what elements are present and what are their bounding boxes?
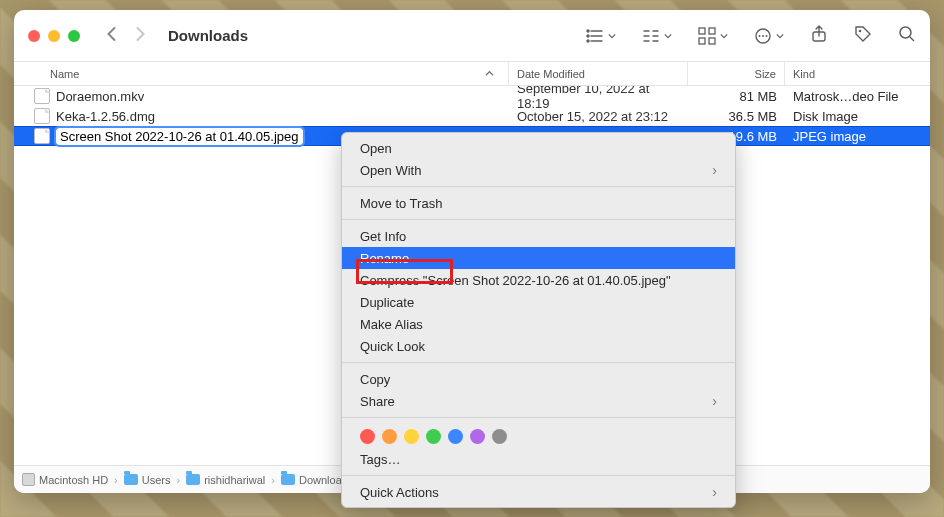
toolbar: Downloads xyxy=(14,10,930,62)
chevron-right-icon: › xyxy=(712,393,717,409)
folder-icon xyxy=(281,474,295,485)
toolbar-icons xyxy=(586,25,916,47)
menu-item-duplicate[interactable]: Duplicate xyxy=(342,291,735,313)
file-name: Keka-1.2.56.dmg xyxy=(56,109,155,124)
back-button[interactable] xyxy=(106,26,117,46)
menu-item-share[interactable]: Share› xyxy=(342,390,735,412)
column-label: Kind xyxy=(793,68,815,80)
breadcrumb-separator: › xyxy=(176,474,180,486)
menu-separator xyxy=(342,417,735,418)
svg-point-21 xyxy=(859,29,862,32)
file-name-editing[interactable]: Screen Shot 2022-10-26 at 01.40.05.jpeg xyxy=(56,128,303,145)
path-crumb[interactable]: rishidhariwal xyxy=(186,474,265,486)
chevron-right-icon: › xyxy=(712,162,717,178)
svg-point-22 xyxy=(900,27,911,38)
breadcrumb-separator: › xyxy=(271,474,275,486)
menu-item-tags[interactable]: Tags… xyxy=(342,448,735,470)
menu-item-copy[interactable]: Copy xyxy=(342,368,735,390)
tag-color-gray[interactable] xyxy=(492,429,507,444)
file-size: 36.5 MB xyxy=(729,109,777,124)
folder-icon xyxy=(124,474,138,485)
file-icon xyxy=(34,128,50,144)
search-button[interactable] xyxy=(898,25,916,47)
forward-button[interactable] xyxy=(135,26,146,46)
file-row[interactable]: Doraemon.mkv September 10, 2022 at 18:19… xyxy=(14,86,930,106)
menu-item-move-to-trash[interactable]: Move to Trash xyxy=(342,192,735,214)
menu-item-make-alias[interactable]: Make Alias xyxy=(342,313,735,335)
menu-item-compress[interactable]: Compress "Screen Shot 2022-10-26 at 01.4… xyxy=(342,269,735,291)
column-label: Date Modified xyxy=(517,68,585,80)
menu-separator xyxy=(342,475,735,476)
svg-line-23 xyxy=(910,37,914,41)
group-by-button[interactable] xyxy=(642,27,672,45)
tags-button[interactable] xyxy=(854,25,872,47)
view-list-button[interactable] xyxy=(586,27,616,45)
menu-item-rename[interactable]: Rename xyxy=(342,247,735,269)
file-row[interactable]: Keka-1.2.56.dmg October 15, 2022 at 23:1… xyxy=(14,106,930,126)
column-label: Name xyxy=(50,68,79,80)
svg-point-18 xyxy=(762,35,764,37)
svg-point-4 xyxy=(587,35,589,37)
tag-color-yellow[interactable] xyxy=(404,429,419,444)
menu-item-open-with[interactable]: Open With› xyxy=(342,159,735,181)
svg-rect-14 xyxy=(699,38,705,44)
disk-icon xyxy=(22,473,35,486)
menu-separator xyxy=(342,186,735,187)
path-crumb[interactable]: Users xyxy=(124,474,171,486)
window-title: Downloads xyxy=(168,27,248,44)
tags-color-row xyxy=(342,423,735,448)
column-header-date[interactable]: Date Modified xyxy=(509,62,688,85)
svg-point-3 xyxy=(587,30,589,32)
file-kind: JPEG image xyxy=(793,129,866,144)
context-menu: Open Open With› Move to Trash Get Info R… xyxy=(341,132,736,508)
file-kind: Disk Image xyxy=(793,109,858,124)
column-header-size[interactable]: Size xyxy=(688,62,785,85)
column-header-name[interactable]: Name xyxy=(14,62,509,85)
zoom-button[interactable] xyxy=(68,30,80,42)
svg-point-17 xyxy=(759,35,761,37)
svg-rect-12 xyxy=(699,28,705,34)
menu-item-quick-actions[interactable]: Quick Actions› xyxy=(342,481,735,503)
share-button[interactable] xyxy=(810,25,828,47)
file-name: Doraemon.mkv xyxy=(56,89,144,104)
menu-item-open[interactable]: Open xyxy=(342,137,735,159)
column-label: Size xyxy=(755,68,776,80)
action-menu-button[interactable] xyxy=(754,27,784,45)
svg-rect-13 xyxy=(709,28,715,34)
tag-color-green[interactable] xyxy=(426,429,441,444)
file-date: October 15, 2022 at 23:12 xyxy=(517,109,668,124)
menu-item-get-info[interactable]: Get Info xyxy=(342,225,735,247)
tag-color-purple[interactable] xyxy=(470,429,485,444)
tag-color-red[interactable] xyxy=(360,429,375,444)
file-size: 81 MB xyxy=(739,89,777,104)
nav-arrows xyxy=(106,26,146,46)
folder-icon xyxy=(186,474,200,485)
tag-color-orange[interactable] xyxy=(382,429,397,444)
window-controls xyxy=(28,30,80,42)
column-header-kind[interactable]: Kind xyxy=(785,62,930,85)
menu-separator xyxy=(342,362,735,363)
svg-rect-15 xyxy=(709,38,715,44)
chevron-right-icon: › xyxy=(712,484,717,500)
svg-point-5 xyxy=(587,40,589,42)
icon-size-button[interactable] xyxy=(698,27,728,45)
breadcrumb-separator: › xyxy=(114,474,118,486)
menu-item-quick-look[interactable]: Quick Look xyxy=(342,335,735,357)
file-icon xyxy=(34,108,50,124)
column-header-row: Name Date Modified Size Kind xyxy=(14,62,930,86)
path-crumb[interactable]: Macintosh HD xyxy=(22,473,108,486)
tag-color-blue[interactable] xyxy=(448,429,463,444)
svg-point-19 xyxy=(766,35,768,37)
minimize-button[interactable] xyxy=(48,30,60,42)
file-kind: Matrosk…deo File xyxy=(793,89,898,104)
menu-separator xyxy=(342,219,735,220)
sort-ascending-icon xyxy=(485,68,494,80)
close-button[interactable] xyxy=(28,30,40,42)
file-icon xyxy=(34,88,50,104)
